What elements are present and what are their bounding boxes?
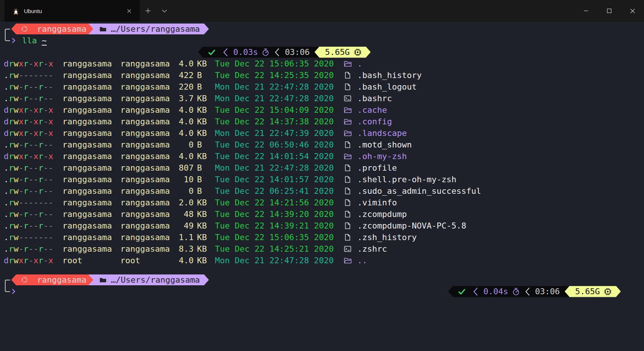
file-icon bbox=[343, 164, 352, 171]
modified-date: Tue Dec 22 06:50:46 2020 bbox=[215, 140, 339, 149]
tab-ubuntu[interactable]: Ubuntu bbox=[4, 0, 140, 22]
owner-group: ranggasama bbox=[120, 244, 172, 254]
listing-row: drwxr-xr-x ranggasama ranggasama 4.0 KB … bbox=[4, 150, 640, 162]
chevron-left-icon bbox=[525, 287, 530, 296]
chip-icon bbox=[354, 48, 362, 56]
file-size: 8.3 bbox=[172, 244, 194, 254]
folder-icon bbox=[343, 107, 352, 113]
file-listing: drwxr-xr-x ranggasama ranggasama 4.0 KB … bbox=[4, 58, 640, 266]
file-name: .oh-my-zsh bbox=[357, 152, 407, 161]
owner-group: ranggasama bbox=[120, 94, 172, 103]
listing-row: .rw-r--r-- ranggasama ranggasama 8.3 KB … bbox=[4, 243, 640, 255]
prompt-chevron-icon bbox=[12, 288, 16, 295]
folder-icon bbox=[343, 130, 352, 136]
file-size-unit: KB bbox=[197, 221, 211, 230]
file-name: .zshrc bbox=[357, 244, 387, 254]
listing-row: .rw-r--r-- ranggasama ranggasama 0 B Tue… bbox=[4, 185, 640, 197]
close-window-button[interactable] bbox=[621, 0, 644, 22]
memory-usage: 5.65G bbox=[575, 287, 600, 296]
folder-icon bbox=[343, 118, 352, 125]
file-permissions: drwxr-xr-x bbox=[4, 152, 62, 161]
file-permissions: .rw-r--r-- bbox=[4, 94, 62, 103]
new-tab-button[interactable] bbox=[140, 0, 156, 22]
modified-date: Tue Dec 22 14:37:38 2020 bbox=[215, 117, 339, 126]
modified-date: Mon Dec 21 22:47:28 2020 bbox=[215, 256, 339, 265]
file-name: .zcompdump-NOVA-PC-5.8 bbox=[357, 221, 466, 230]
file-size: 4.0 bbox=[172, 59, 194, 68]
file-permissions: .rw-r--r-- bbox=[4, 140, 62, 149]
file-size: 807 bbox=[172, 163, 194, 173]
modified-date: Tue Dec 22 14:21:56 2020 bbox=[215, 198, 339, 207]
close-icon bbox=[630, 9, 635, 13]
owner-group: ranggasama bbox=[120, 117, 172, 126]
plus-icon bbox=[145, 8, 151, 13]
owner-user: ranggasama bbox=[62, 186, 120, 196]
owner-user: ranggasama bbox=[62, 117, 120, 126]
file-size: 49 bbox=[172, 221, 194, 230]
listing-row: drwxr-xr-x ranggasama ranggasama 4.0 KB … bbox=[4, 58, 640, 69]
minimize-icon bbox=[584, 9, 588, 13]
file-name: .bashrc bbox=[357, 94, 392, 103]
folder-icon bbox=[99, 277, 107, 283]
file-name: .bash_history bbox=[357, 71, 422, 80]
file-permissions: drwxr-xr-x bbox=[4, 59, 62, 68]
modified-date: Tue Dec 22 15:04:09 2020 bbox=[215, 105, 339, 115]
file-name: .motd_shown bbox=[357, 140, 412, 149]
file-size: 4.0 bbox=[172, 105, 194, 115]
file-permissions: drwxr-xr-x bbox=[4, 256, 62, 265]
listing-row: .rw-r--r-- ranggasama ranggasama 10 B Tu… bbox=[4, 174, 640, 185]
file-permissions: .rw-r--r-- bbox=[4, 209, 62, 219]
owner-user: ranggasama bbox=[62, 94, 120, 103]
prompt-path-segment: …/Users/ranggasama bbox=[88, 24, 209, 34]
tab-dropdown-button[interactable] bbox=[156, 0, 173, 22]
owner-group: ranggasama bbox=[120, 175, 172, 184]
file-name: .. bbox=[357, 256, 367, 265]
modified-date: Mon Dec 21 22:47:28 2020 bbox=[215, 163, 339, 173]
prompt-username: ranggasama bbox=[37, 24, 86, 34]
owner-user: ranggasama bbox=[62, 209, 120, 219]
owner-user: ranggasama bbox=[62, 233, 120, 242]
prompt-user-segment: ranggasama bbox=[11, 24, 93, 34]
file-size-unit: KB bbox=[197, 152, 211, 161]
chevron-left-icon bbox=[223, 48, 228, 57]
owner-group: ranggasama bbox=[120, 198, 172, 207]
file-size: 422 bbox=[172, 71, 194, 80]
terminal-viewport[interactable]: ranggasama …/Users/ranggasama lla~ bbox=[0, 22, 644, 297]
file-size-unit: KB bbox=[197, 105, 211, 115]
file-size: 0 bbox=[172, 140, 194, 149]
file-icon bbox=[343, 176, 352, 183]
file-size: 1.1 bbox=[172, 233, 194, 242]
file-name: .viminfo bbox=[357, 198, 397, 207]
clock-time: 03:06 bbox=[285, 47, 309, 57]
owner-user: ranggasama bbox=[62, 198, 120, 207]
file-size: 0 bbox=[172, 186, 194, 196]
minimize-button[interactable] bbox=[574, 0, 598, 22]
titlebar-drag-area[interactable] bbox=[173, 0, 574, 22]
file-permissions: .rw------- bbox=[4, 198, 62, 207]
owner-group: root bbox=[120, 256, 172, 265]
tab-close-icon[interactable] bbox=[124, 6, 134, 16]
memory-usage: 5.65G bbox=[325, 47, 349, 57]
owner-group: ranggasama bbox=[120, 71, 172, 80]
modified-date: Mon Dec 21 22:47:39 2020 bbox=[215, 128, 339, 138]
folder-icon bbox=[343, 257, 352, 264]
file-size-unit: B bbox=[197, 175, 211, 184]
file-permissions: drwxr-xr-x bbox=[4, 117, 62, 126]
titlebar[interactable]: Ubuntu bbox=[0, 0, 644, 22]
file-size: 4.0 bbox=[172, 256, 194, 265]
file-icon bbox=[343, 211, 352, 218]
maximize-button[interactable] bbox=[598, 0, 621, 22]
listing-row: drwxr-xr-x ranggasama ranggasama 4.0 KB … bbox=[4, 104, 640, 116]
chevron-down-icon bbox=[162, 9, 167, 13]
clock-time: 03:06 bbox=[535, 287, 560, 296]
stopwatch-icon bbox=[512, 288, 520, 296]
owner-group: ranggasama bbox=[120, 105, 172, 115]
listing-row: .rw-r--r-- ranggasama ranggasama 48 KB T… bbox=[4, 208, 640, 220]
file-permissions: .rw-r--r-- bbox=[4, 244, 62, 254]
owner-user: ranggasama bbox=[62, 82, 120, 91]
listing-row: .rw-r--r-- ranggasama ranggasama 807 B M… bbox=[4, 162, 640, 174]
modified-date: Tue Dec 22 14:39:20 2020 bbox=[215, 209, 339, 219]
terminal-window: Ubuntu bbox=[0, 0, 644, 351]
file-permissions: .rw-r--r-- bbox=[4, 221, 62, 230]
file-size-unit: KB bbox=[197, 244, 211, 254]
